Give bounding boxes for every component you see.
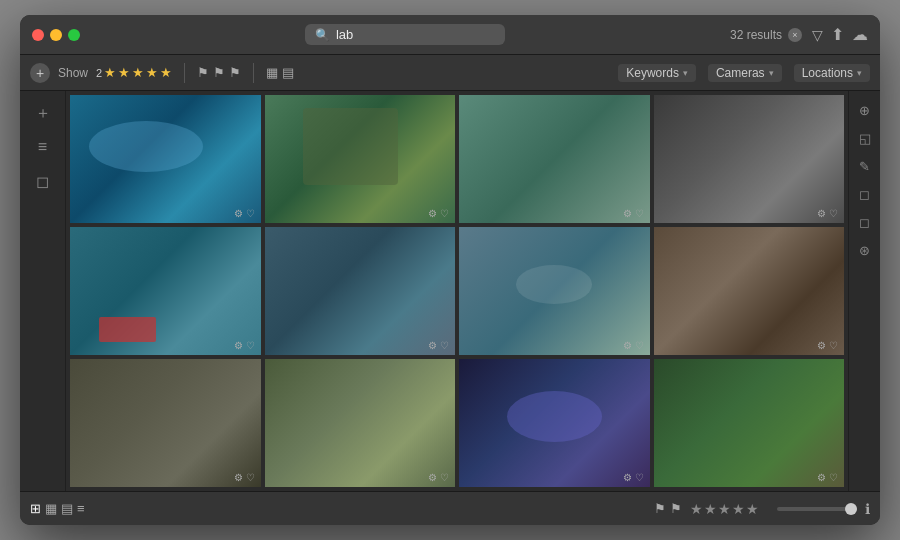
keywords-dropdown[interactable]: Keywords ▾ (618, 64, 696, 82)
mosaic-view-button[interactable]: ▦ (45, 501, 57, 516)
photo-overlay-3: ⚙ ♡ (623, 208, 644, 219)
bottom-flag-1[interactable]: ⚑ (654, 501, 666, 516)
main-area: ＋ ≡ ◻ ⚙ ♡ ⚙ ♡ ⚙ ♡ (20, 91, 880, 491)
titlebar: 🔍 lab 32 results × ▽ ⬆ ☁ (20, 15, 880, 55)
sidebar-menu-icon[interactable]: ≡ (29, 133, 57, 161)
share-icon[interactable]: ⬆ (831, 25, 844, 44)
photo-overlay-5: ⚙ ♡ (234, 340, 255, 351)
flag-icons: ⚑ ⚑ ⚑ (197, 65, 241, 80)
list-view-icon[interactable]: ▤ (282, 65, 294, 80)
cameras-arrow: ▾ (769, 68, 774, 78)
toolbar: + Show 2 ★ ★ ★ ★ ★ ⚑ ⚑ ⚑ ▦ ▤ Keywords ▾ … (20, 55, 880, 91)
flag-icon-1[interactable]: ⚑ (197, 65, 209, 80)
photo-overlay-1: ⚙ ♡ (234, 208, 255, 219)
keywords-label: Keywords (626, 66, 679, 80)
bottom-star-4[interactable]: ★ (732, 501, 745, 517)
photo-cell-9[interactable]: ⚙ ♡ (70, 359, 261, 487)
star-5: ★ (160, 65, 172, 80)
right-sidebar-layers-icon[interactable]: ◻ (854, 183, 876, 205)
flag-icon-3[interactable]: ⚑ (229, 65, 241, 80)
photo-cell-8[interactable]: ⚙ ♡ (654, 227, 845, 355)
photo-overlay-10: ⚙ ♡ (428, 472, 449, 483)
list-view-button[interactable]: ≡ (77, 501, 85, 516)
slider-track[interactable] (777, 507, 857, 511)
photo-badge-8: ⚙ (817, 340, 826, 351)
search-input[interactable]: lab (336, 27, 476, 42)
minimize-button[interactable] (50, 29, 62, 41)
search-bar: 🔍 lab (88, 24, 722, 45)
photo-overlay-2: ⚙ ♡ (428, 208, 449, 219)
photo-overlay-12: ⚙ ♡ (817, 472, 838, 483)
filter-icon[interactable]: ▽ (812, 27, 823, 43)
add-button[interactable]: + (30, 63, 50, 83)
flag-icon-2[interactable]: ⚑ (213, 65, 225, 80)
main-window: 🔍 lab 32 results × ▽ ⬆ ☁ + Show 2 ★ ★ ★ … (20, 15, 880, 525)
photo-overlay-8: ⚙ ♡ (817, 340, 838, 351)
rating-slider[interactable] (777, 507, 857, 511)
divider-2 (253, 63, 254, 83)
sidebar-frame-icon[interactable]: ◻ (29, 167, 57, 195)
cameras-dropdown[interactable]: Cameras ▾ (708, 64, 782, 82)
search-input-wrap[interactable]: 🔍 lab (305, 24, 505, 45)
photo-cell-1[interactable]: ⚙ ♡ (70, 95, 261, 223)
close-button[interactable] (32, 29, 44, 41)
photo-badge-4: ⚙ (817, 208, 826, 219)
bottom-star-3[interactable]: ★ (718, 501, 731, 517)
photo-cell-12[interactable]: ⚙ ♡ (654, 359, 845, 487)
bottom-flag-2[interactable]: ⚑ (670, 501, 682, 516)
photo-badge-9: ⚙ (234, 472, 243, 483)
right-sidebar-edit-icon[interactable]: ✎ (854, 155, 876, 177)
results-info: 32 results × ▽ (730, 27, 823, 43)
photo-cell-3[interactable]: ⚙ ♡ (459, 95, 650, 223)
keywords-arrow: ▾ (683, 68, 688, 78)
photo-heart-3: ♡ (635, 208, 644, 219)
star-4: ★ (146, 65, 158, 80)
photo-cell-6[interactable]: ⚙ ♡ (265, 227, 456, 355)
view-mode-icons: ⊞ ▦ ▤ ≡ (30, 501, 85, 516)
photo-cell-5[interactable]: ⚙ ♡ (70, 227, 261, 355)
photo-heart-6: ♡ (440, 340, 449, 351)
photo-heart-12: ♡ (829, 472, 838, 483)
photo-cell-11[interactable]: ⚙ ♡ (459, 359, 650, 487)
photo-cell-4[interactable]: ⚙ ♡ (654, 95, 845, 223)
maximize-button[interactable] (68, 29, 80, 41)
right-sidebar-tag-icon[interactable]: ⊛ (854, 239, 876, 261)
photo-heart-9: ♡ (246, 472, 255, 483)
photo-heart-2: ♡ (440, 208, 449, 219)
slider-thumb[interactable] (845, 503, 857, 515)
left-sidebar: ＋ ≡ ◻ (20, 91, 66, 491)
star-3: ★ (132, 65, 144, 80)
search-icon: 🔍 (315, 28, 330, 42)
results-count: 32 results (730, 28, 782, 42)
photo-heart-5: ♡ (246, 340, 255, 351)
table-view-button[interactable]: ▤ (61, 501, 73, 516)
bottom-stars: ★ ★ ★ ★ ★ (690, 501, 759, 517)
rating-display: 2 ★ ★ ★ ★ ★ (96, 65, 172, 80)
bottom-star-1[interactable]: ★ (690, 501, 703, 517)
divider-1 (184, 63, 185, 83)
locations-dropdown[interactable]: Locations ▾ (794, 64, 870, 82)
photo-heart-1: ♡ (246, 208, 255, 219)
photo-overlay-11: ⚙ ♡ (623, 472, 644, 483)
photo-badge-11: ⚙ (623, 472, 632, 483)
right-sidebar-squares-icon[interactable]: ◻ (854, 211, 876, 233)
photo-cell-7[interactable]: ⚙ ♡ (459, 227, 650, 355)
right-sidebar-people-icon[interactable]: ⊕ (854, 99, 876, 121)
photo-cell-2[interactable]: ⚙ ♡ (265, 95, 456, 223)
settings-icon[interactable]: ☁ (852, 25, 868, 44)
bottom-star-5[interactable]: ★ (746, 501, 759, 517)
clear-search-button[interactable]: × (788, 28, 802, 42)
info-icon[interactable]: ℹ (865, 501, 870, 517)
grid-view-button[interactable]: ⊞ (30, 501, 41, 516)
grid-view-icon[interactable]: ▦ (266, 65, 278, 80)
photo-cell-10[interactable]: ⚙ ♡ (265, 359, 456, 487)
locations-arrow: ▾ (857, 68, 862, 78)
photo-badge-3: ⚙ (623, 208, 632, 219)
photo-heart-8: ♡ (829, 340, 838, 351)
photo-badge-12: ⚙ (817, 472, 826, 483)
bottom-star-2[interactable]: ★ (704, 501, 717, 517)
right-sidebar-frame-icon[interactable]: ◱ (854, 127, 876, 149)
cameras-label: Cameras (716, 66, 765, 80)
sidebar-add-icon[interactable]: ＋ (29, 99, 57, 127)
star-2: ★ (118, 65, 130, 80)
